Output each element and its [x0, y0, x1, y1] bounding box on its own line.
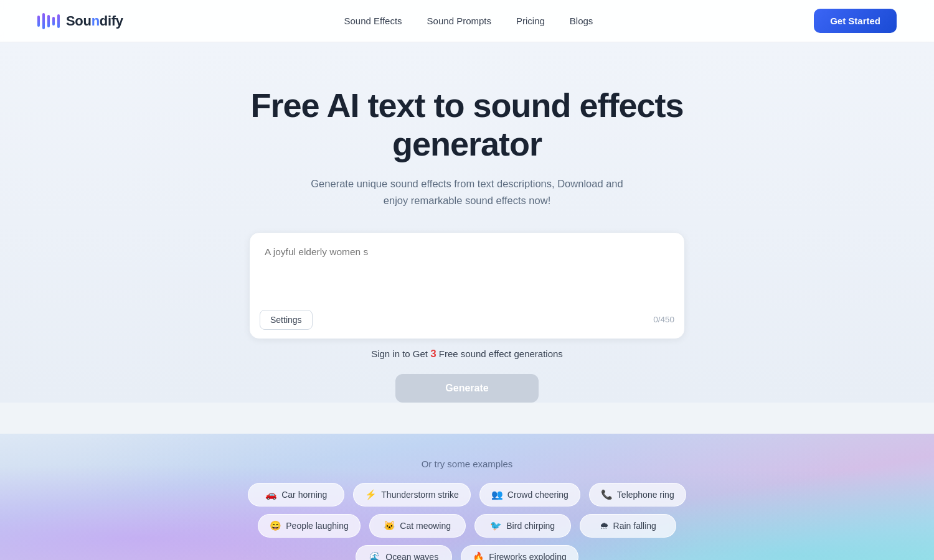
chip-label: Rain falling [613, 521, 656, 531]
chip-label: Cat meowing [400, 521, 451, 531]
get-started-button[interactable]: Get Started [814, 9, 897, 33]
brand-name: Soundify [66, 13, 123, 29]
nav-blogs[interactable]: Blogs [570, 16, 593, 26]
logo-bar-4 [52, 17, 55, 26]
chip-icon: 🔥 [473, 551, 484, 560]
chip-icon: 🌊 [369, 551, 381, 560]
example-chip-0-0[interactable]: 🚗Car horning [248, 483, 344, 506]
settings-button[interactable]: Settings [260, 310, 313, 330]
logo-bar-3 [47, 15, 50, 27]
logo-area: Soundify [37, 13, 123, 29]
chip-label: Bird chirping [506, 521, 555, 531]
chip-label: People laughing [286, 521, 348, 531]
logo-bar-1 [37, 16, 40, 27]
examples-row-2: 🌊Ocean waves🔥Fireworks exploding [230, 545, 704, 560]
example-chip-0-3[interactable]: 📞Telephone ring [589, 483, 686, 506]
logo-icon [37, 13, 60, 29]
chip-label: Ocean waves [385, 552, 438, 560]
chip-icon: 🐦 [490, 520, 502, 531]
example-chip-2-1[interactable]: 🔥Fireworks exploding [461, 545, 578, 560]
hero-section: Free AI text to sound effects generator … [0, 42, 934, 403]
prompt-card: Settings 0/450 [249, 232, 685, 339]
chip-icon: 📞 [601, 489, 613, 500]
logo-bar-2 [42, 13, 45, 29]
examples-section: Or try some examples 🚗Car horning⚡Thunde… [0, 434, 934, 560]
textarea-footer: Settings 0/450 [250, 304, 684, 338]
chip-icon: 🚗 [265, 489, 277, 500]
example-chip-1-1[interactable]: 🐱Cat meowing [369, 514, 466, 538]
chip-icon: 🐱 [384, 520, 395, 531]
example-chip-0-2[interactable]: 👥Crowd cheering [479, 483, 580, 506]
chip-label: Crowd cheering [507, 490, 568, 500]
hero-title: Free AI text to sound effects generator [218, 86, 716, 163]
examples-row-1: 😄People laughing🐱Cat meowing🐦Bird chirpi… [230, 514, 704, 538]
example-chip-2-0[interactable]: 🌊Ocean waves [356, 545, 452, 560]
chip-icon: ⚡ [365, 489, 377, 500]
nav-sound-effects[interactable]: Sound Effects [344, 16, 402, 26]
chip-label: Telephone ring [617, 490, 674, 500]
chip-icon: 👥 [491, 489, 503, 500]
examples-row-0: 🚗Car horning⚡Thunderstorm strike👥Crowd c… [230, 483, 704, 506]
nav-sound-prompts[interactable]: Sound Prompts [427, 16, 491, 26]
logo-bar-5 [57, 14, 60, 28]
example-chip-1-2[interactable]: 🐦Bird chirping [474, 514, 571, 538]
examples-label: Or try some examples [12, 459, 922, 469]
prompt-textarea[interactable] [250, 233, 684, 301]
generate-button[interactable]: Generate [395, 374, 538, 403]
nav-pricing[interactable]: Pricing [516, 16, 545, 26]
signin-note: Sign in to Get 3 Free sound effect gener… [12, 348, 922, 360]
chip-label: Car horning [281, 490, 327, 500]
hero-subtitle: Generate unique sound effects from text … [305, 175, 629, 208]
chip-icon: 🌧 [600, 520, 609, 531]
example-chip-1-3[interactable]: 🌧Rain falling [580, 514, 676, 538]
free-count: 3 [430, 348, 436, 360]
char-count: 0/450 [653, 315, 674, 324]
navbar: Soundify Sound Effects Sound Prompts Pri… [0, 0, 934, 42]
example-chip-1-0[interactable]: 😄People laughing [258, 514, 360, 538]
chip-icon: 😄 [270, 520, 281, 531]
chip-label: Fireworks exploding [489, 552, 567, 560]
nav-links: Sound Effects Sound Prompts Pricing Blog… [344, 16, 593, 26]
chip-label: Thunderstorm strike [381, 490, 458, 500]
examples-grid: 🚗Car horning⚡Thunderstorm strike👥Crowd c… [230, 483, 704, 560]
example-chip-0-1[interactable]: ⚡Thunderstorm strike [353, 483, 470, 506]
